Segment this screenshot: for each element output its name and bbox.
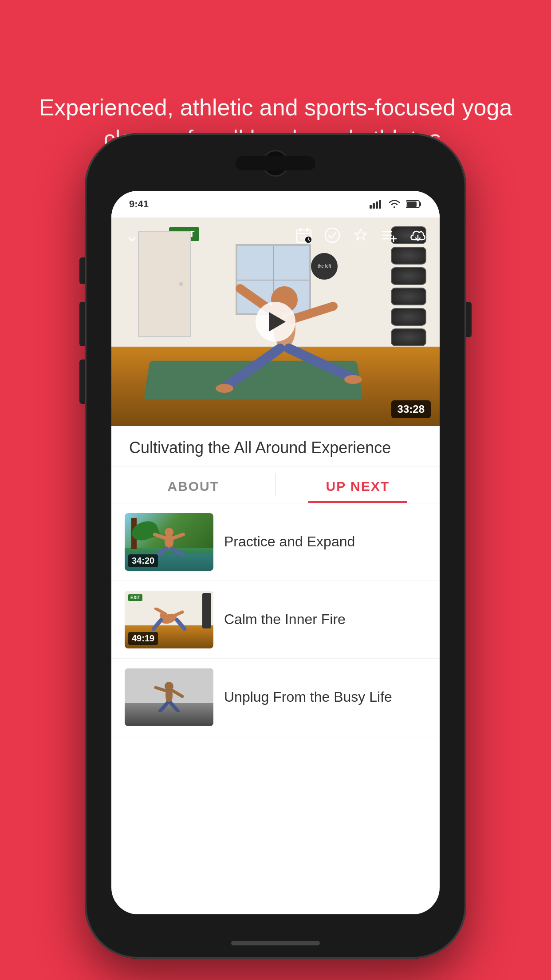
phone-shell: 9:41 <box>85 133 466 959</box>
video-name-3: Unplug From the Busy Life <box>224 688 426 707</box>
svg-rect-2 <box>376 202 378 209</box>
svg-point-44 <box>165 686 173 704</box>
chevron-down-icon[interactable]: ⌄ <box>125 225 140 245</box>
video-title: Cultivating the All Around Experience <box>111 426 440 466</box>
status-bar: 9:41 <box>111 191 440 217</box>
wifi-icon <box>388 199 401 209</box>
add-queue-icon[interactable] <box>381 227 397 243</box>
svg-line-36 <box>171 549 182 554</box>
svg-line-12 <box>289 348 351 377</box>
tabs-bar: ABOUT UP NEXT <box>111 466 440 503</box>
svg-rect-5 <box>419 202 421 206</box>
svg-point-24 <box>325 228 339 242</box>
svg-line-48 <box>171 703 178 711</box>
svg-line-42 <box>174 612 182 616</box>
video-action-buttons <box>296 227 426 243</box>
thumb-duration-2: 49:19 <box>128 632 158 645</box>
svg-rect-1 <box>373 203 375 209</box>
play-triangle-icon <box>269 312 286 332</box>
star-icon[interactable] <box>353 227 369 243</box>
video-info-2: Calm the Inner Fire <box>224 610 426 629</box>
battery-icon <box>406 200 422 209</box>
phone-screen: 9:41 <box>111 191 440 914</box>
video-controls-overlay: ⌄ <box>111 217 440 253</box>
svg-line-39 <box>153 620 161 629</box>
video-info-3: Unplug From the Busy Life <box>224 688 426 707</box>
tab-up-next[interactable]: UP NEXT <box>276 466 440 503</box>
thumb-rollers <box>202 593 211 628</box>
video-thumb-3 <box>125 668 213 726</box>
thumb-person-1 <box>151 526 187 557</box>
video-list-item-1[interactable]: 34:20 Practice and Expand <box>111 503 440 581</box>
svg-line-10 <box>291 306 333 320</box>
svg-point-14 <box>344 375 362 384</box>
svg-point-13 <box>216 384 233 393</box>
svg-line-45 <box>156 688 165 691</box>
svg-rect-6 <box>407 202 417 207</box>
schedule-icon[interactable] <box>296 227 312 243</box>
svg-line-47 <box>160 703 167 711</box>
svg-line-35 <box>156 549 167 556</box>
video-list-item-2[interactable]: EXIT <box>111 581 440 659</box>
video-thumb-2: EXIT <box>125 591 213 648</box>
play-button[interactable] <box>256 302 295 342</box>
thumb-duration-1: 34:20 <box>128 554 158 567</box>
earpiece-speaker <box>236 156 315 170</box>
svg-line-40 <box>177 620 185 629</box>
silent-button <box>79 360 85 404</box>
volume-down-button <box>79 302 85 346</box>
volume-up-button <box>79 257 85 284</box>
tab-about[interactable]: ABOUT <box>111 466 276 503</box>
svg-rect-0 <box>370 205 372 209</box>
video-name-2: Calm the Inner Fire <box>224 610 426 629</box>
video-info-1: Practice and Expand <box>224 533 426 551</box>
video-list-item-3[interactable]: Unplug From the Busy Life <box>111 659 440 736</box>
svg-line-33 <box>155 534 165 538</box>
time-display: 9:41 <box>129 198 149 210</box>
svg-line-41 <box>156 609 164 613</box>
phone-mockup: 9:41 <box>85 133 466 959</box>
video-list: 34:20 Practice and Expand <box>111 503 440 736</box>
thumb-person-2 <box>147 608 191 634</box>
download-icon[interactable] <box>409 227 426 243</box>
svg-line-11 <box>227 348 280 386</box>
check-circle-icon[interactable] <box>324 227 340 243</box>
power-button <box>466 302 472 337</box>
video-player[interactable]: EXIT the loft <box>111 217 440 426</box>
video-duration-badge: 33:28 <box>391 400 431 418</box>
thumb-exit-sign: EXIT <box>128 594 142 601</box>
svg-rect-3 <box>379 200 381 209</box>
status-icons <box>370 199 422 209</box>
thumb-person-3 <box>151 681 187 712</box>
home-indicator <box>231 941 320 945</box>
svg-line-34 <box>173 534 183 538</box>
video-thumb-1: 34:20 <box>125 513 213 571</box>
signal-icon <box>370 200 383 209</box>
svg-line-46 <box>173 691 182 696</box>
thumb-bg-dark <box>125 668 213 726</box>
svg-point-32 <box>165 533 173 549</box>
video-name-1: Practice and Expand <box>224 533 426 551</box>
